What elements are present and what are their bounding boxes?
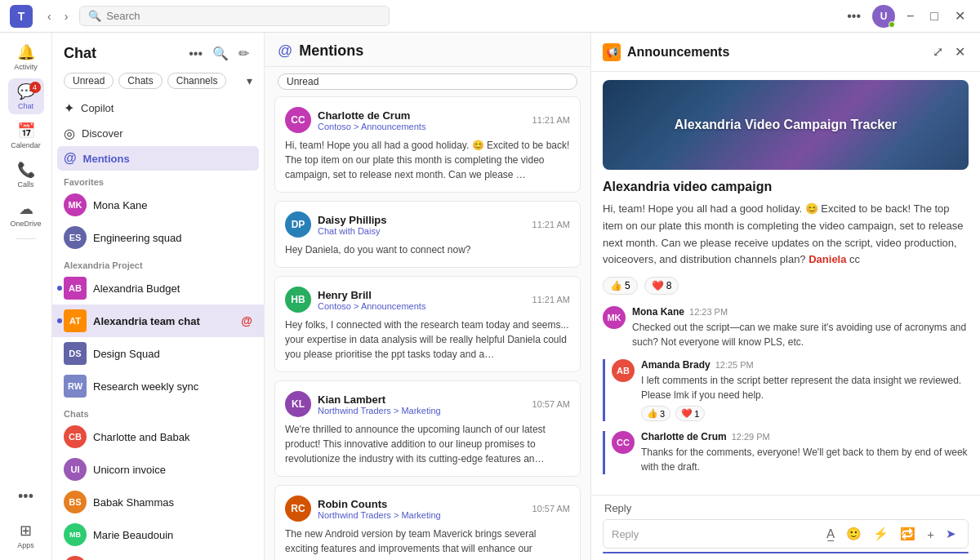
amanda-reaction-thumbsup[interactable]: 👍 3: [641, 406, 670, 421]
list-item-design[interactable]: DS Design Squad: [52, 337, 264, 370]
filter-channels[interactable]: Channels: [167, 73, 227, 89]
loop-button[interactable]: 🔁: [897, 525, 919, 543]
announcement-body-text: Hi, team! Hope you all had a good holida…: [603, 202, 964, 265]
add-button[interactable]: +: [924, 526, 938, 543]
panel-more-button[interactable]: •••: [185, 42, 206, 64]
mention-card-3[interactable]: HB Henry Brill Contoso > Announcements 1…: [274, 276, 581, 372]
amanda-comment-name: Amanda Brady: [641, 359, 710, 371]
list-item-alexbudget[interactable]: AB Alexandria Budget: [52, 272, 264, 304]
mention-card-1[interactable]: CC Charlotte de Crum Contoso > Announcem…: [274, 96, 581, 193]
mona-comment-avatar: MK: [603, 306, 626, 329]
mention-card-4[interactable]: KL Kian Lambert Northwind Traders > Mark…: [274, 380, 581, 477]
mention-2-text: Hey Daniela, do you want to connect now?: [285, 242, 570, 257]
search-input[interactable]: [106, 10, 381, 22]
list-item-babak[interactable]: BS Babak Shammas: [52, 486, 264, 518]
list-item-engineering[interactable]: ES Engineering squad: [52, 221, 264, 254]
mention-4-info: Kian Lambert Northwind Traders > Marketi…: [318, 393, 441, 416]
comment-charlotte: CC Charlotte de Crum 12:29 PM Thanks for…: [603, 431, 969, 474]
list-item-research[interactable]: RW Research weekly sync: [52, 370, 264, 402]
back-button[interactable]: ‹: [42, 7, 56, 26]
mention-5-text: The new Android version by team Maverick…: [285, 527, 570, 556]
mention-3-name: Henry Brill: [318, 289, 425, 301]
announcement-banner: Alexandria Video Campaign Tracker: [603, 80, 969, 170]
research-name: Research weekly sync: [93, 380, 252, 393]
send-button[interactable]: ➤: [942, 525, 960, 543]
nav-mentions[interactable]: @ Mentions: [57, 146, 259, 171]
engineering-avatar: ES: [64, 226, 87, 249]
titlebar-right: ••• U − □ ✕: [842, 5, 970, 28]
mentions-header-title: Mentions: [299, 42, 363, 60]
mention-4-avatar: KL: [285, 391, 311, 417]
reactions-row: 👍 5 ❤️ 8: [603, 277, 969, 295]
reaction-heart[interactable]: ❤️ 8: [644, 277, 679, 295]
marie-name: Marie Beaudouin: [93, 529, 252, 541]
mention-4-text: We're thrilled to announce the upcoming …: [285, 422, 570, 466]
announcement-cc: cc: [846, 253, 860, 265]
close-announcements-button[interactable]: ✕: [951, 41, 969, 63]
announcement-post-text: Hi, team! Hope you all had a good holida…: [603, 201, 969, 269]
mention-card-3-header: HB Henry Brill Contoso > Announcements 1…: [285, 287, 570, 313]
format-button[interactable]: A̲: [823, 525, 838, 543]
list-item-marie[interactable]: MB Marie Beaudouin: [52, 518, 264, 551]
nav-copilot[interactable]: ✦ Copilot: [57, 96, 259, 121]
bullet-active-indicator: [57, 318, 62, 323]
sidebar-item-onedrive[interactable]: ☁ OneDrive: [8, 196, 44, 232]
announcement-mention: Daniela: [808, 253, 846, 265]
emoji-button[interactable]: 🙂: [843, 525, 865, 543]
sidebar-item-calls[interactable]: 📞 Calls: [8, 157, 44, 193]
chats-label: Chats: [52, 402, 264, 420]
amanda-comment-header: Amanda Brady 12:25 PM: [641, 359, 969, 371]
pop-out-button[interactable]: ⤢: [929, 41, 947, 63]
mention-card-2[interactable]: DP Daisy Phillips Chat with Daisy 11:21 …: [274, 201, 581, 268]
sidebar-item-chat[interactable]: 4 💬 Chat: [8, 78, 44, 114]
list-item-unicorn[interactable]: UI Unicorn invoice: [52, 453, 264, 486]
mention-card-2-header: DP Daisy Phillips Chat with Daisy 11:21 …: [285, 211, 570, 238]
activity-label: Activity: [14, 63, 38, 71]
sidebar-item-apps[interactable]: ⊞ Apps: [8, 518, 44, 553]
panel-search-button[interactable]: 🔍: [209, 42, 232, 64]
mona-comment-header: Mona Kane 12:23 PM: [632, 306, 969, 318]
sidebar-item-activity[interactable]: 🔔 Activity: [8, 39, 44, 75]
mention-1-time: 11:21 AM: [532, 115, 570, 125]
design-avatar: DS: [64, 342, 87, 365]
reply-input[interactable]: [612, 528, 817, 540]
list-item-charlotte-babak[interactable]: CB Charlotte and Babak: [52, 420, 264, 453]
sidebar-item-more[interactable]: •••: [8, 478, 44, 514]
mention-2-source: Chat with Daisy: [318, 226, 387, 236]
list-item-amanda[interactable]: AB Amanda Brady: [52, 551, 264, 560]
maximize-button[interactable]: □: [925, 6, 943, 27]
mention-1-text: Hi, team! Hope you all had a good holida…: [285, 138, 570, 182]
apps-icon: ⊞: [20, 522, 32, 540]
unread-badge[interactable]: Unread: [278, 73, 577, 90]
titlebar: T ‹ › 🔍 ••• U − □ ✕: [0, 0, 980, 33]
mention-2-info: Daisy Phillips Chat with Daisy: [318, 214, 387, 236]
calendar-label: Calendar: [11, 141, 41, 149]
amanda-reaction-heart[interactable]: ❤️ 1: [675, 406, 705, 421]
forward-button[interactable]: ›: [60, 7, 74, 26]
comment-amanda: AB Amanda Brady 12:25 PM I left comments…: [603, 359, 969, 421]
calendar-icon: 📅: [17, 122, 35, 140]
amanda-comment-time: 12:25 PM: [715, 360, 754, 370]
reaction-thumbs-up[interactable]: 👍 5: [603, 277, 638, 295]
attach-button[interactable]: ⚡: [870, 525, 892, 543]
filter-dropdown-button[interactable]: ▾: [247, 73, 252, 89]
list-item-mona[interactable]: MK Mona Kane: [52, 189, 264, 221]
alexteam-name: Alexandria team chat: [93, 315, 234, 327]
list-item-alexteam[interactable]: AT Alexandria team chat @: [52, 304, 264, 337]
filter-chats[interactable]: Chats: [118, 73, 162, 89]
minimize-button[interactable]: −: [902, 6, 919, 27]
mention-3-time: 11:21 AM: [532, 295, 570, 304]
more-button[interactable]: •••: [842, 6, 866, 27]
sidebar-item-calendar[interactable]: 📅 Calendar: [8, 118, 44, 153]
search-bar[interactable]: 🔍: [79, 6, 390, 26]
reply-input-row: A̲ 🙂 ⚡ 🔁 + ➤: [603, 519, 969, 549]
user-avatar[interactable]: U: [872, 5, 895, 28]
close-button[interactable]: ✕: [950, 5, 970, 27]
filter-unread[interactable]: Unread: [64, 73, 114, 89]
mention-card-5[interactable]: RC Robin Counts Northwind Traders > Mark…: [274, 485, 581, 560]
nav-discover[interactable]: ◎ Discover: [57, 121, 259, 146]
mona-comment-text: Checked out the script—can we make sure …: [632, 320, 969, 349]
panel-compose-button[interactable]: ✏: [235, 42, 252, 64]
mention-5-avatar: RC: [285, 496, 311, 522]
charlotte-comment-time: 12:29 PM: [732, 432, 770, 442]
